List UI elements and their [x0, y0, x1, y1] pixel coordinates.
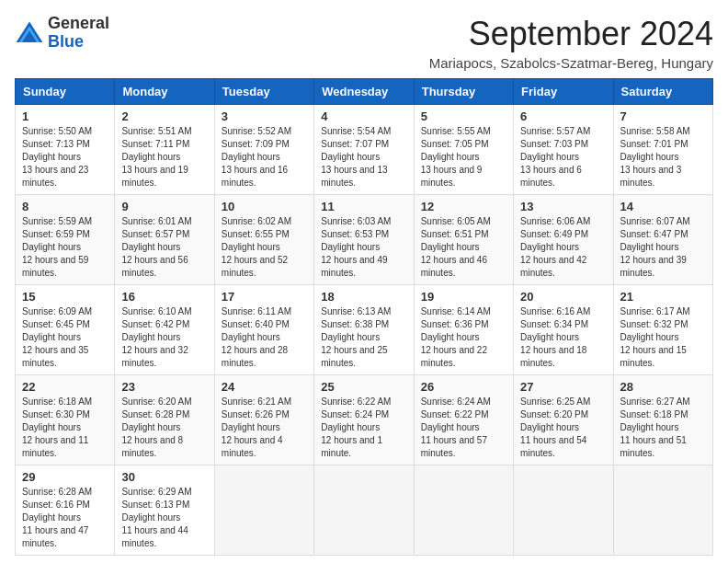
calendar-day-cell: 8Sunrise: 5:59 AMSunset: 6:59 PMDaylight… — [16, 195, 115, 285]
day-number: 5 — [421, 109, 506, 123]
day-info: Sunrise: 6:25 AMSunset: 6:20 PMDaylight … — [520, 396, 606, 460]
day-number: 10 — [222, 200, 307, 213]
calendar-day-cell: 2Sunrise: 5:51 AMSunset: 7:11 PMDaylight… — [115, 105, 214, 195]
calendar-day-cell: 16Sunrise: 6:10 AMSunset: 6:42 PMDayligh… — [115, 285, 214, 375]
day-info: Sunrise: 6:06 AMSunset: 6:49 PMDaylight … — [520, 215, 606, 280]
day-number: 6 — [520, 109, 606, 123]
day-info: Sunrise: 6:28 AMSunset: 6:16 PMDaylight … — [22, 486, 108, 550]
day-info: Sunrise: 6:20 AMSunset: 6:28 PMDaylight … — [121, 396, 207, 460]
calendar-day-cell: 1Sunrise: 5:50 AMSunset: 7:13 PMDaylight… — [16, 105, 115, 195]
calendar-week-row: 1Sunrise: 5:50 AMSunset: 7:13 PMDaylight… — [16, 105, 713, 195]
day-number: 30 — [121, 470, 207, 484]
calendar-day-cell: 11Sunrise: 6:03 AMSunset: 6:53 PMDayligh… — [314, 195, 414, 285]
calendar-week-row: 29Sunrise: 6:28 AMSunset: 6:16 PMDayligh… — [16, 465, 713, 556]
logo-icon — [15, 20, 44, 46]
day-number: 23 — [121, 380, 207, 394]
calendar-day-cell: 28Sunrise: 6:27 AMSunset: 6:18 PMDayligh… — [613, 375, 712, 465]
day-info: Sunrise: 5:58 AMSunset: 7:01 PMDaylight … — [620, 125, 706, 190]
calendar-day-cell: 26Sunrise: 6:24 AMSunset: 6:22 PMDayligh… — [414, 375, 513, 465]
calendar-day-cell: 15Sunrise: 6:09 AMSunset: 6:45 PMDayligh… — [16, 285, 115, 375]
day-number: 1 — [22, 109, 108, 123]
logo: General Blue — [15, 15, 109, 52]
day-info: Sunrise: 6:01 AMSunset: 6:57 PMDaylight … — [121, 215, 207, 280]
day-number: 15 — [22, 290, 108, 304]
day-info: Sunrise: 5:50 AMSunset: 7:13 PMDaylight … — [22, 125, 108, 190]
calendar-day-cell: 25Sunrise: 6:22 AMSunset: 6:24 PMDayligh… — [314, 375, 414, 465]
day-number: 13 — [520, 200, 606, 213]
calendar-day-cell: 6Sunrise: 5:57 AMSunset: 7:03 PMDaylight… — [514, 105, 613, 195]
day-number: 21 — [620, 290, 706, 304]
day-number: 2 — [121, 109, 207, 123]
calendar-week-row: 8Sunrise: 5:59 AMSunset: 6:59 PMDaylight… — [16, 195, 713, 285]
day-info: Sunrise: 6:29 AMSunset: 6:13 PMDaylight … — [121, 486, 207, 550]
day-number: 20 — [520, 290, 606, 304]
day-info: Sunrise: 6:24 AMSunset: 6:22 PMDaylight … — [421, 396, 506, 460]
calendar-day-cell: 17Sunrise: 6:11 AMSunset: 6:40 PMDayligh… — [214, 285, 313, 375]
day-number: 17 — [222, 290, 307, 304]
day-number: 18 — [321, 290, 406, 304]
day-of-week-header: Wednesday — [314, 79, 414, 105]
month-title: September 2024 — [429, 15, 713, 53]
calendar-day-cell: 30Sunrise: 6:29 AMSunset: 6:13 PMDayligh… — [115, 465, 214, 556]
day-info: Sunrise: 6:02 AMSunset: 6:55 PMDaylight … — [222, 215, 307, 280]
day-info: Sunrise: 6:11 AMSunset: 6:40 PMDaylight … — [222, 305, 307, 370]
day-info: Sunrise: 6:09 AMSunset: 6:45 PMDaylight … — [22, 305, 108, 370]
calendar-day-cell: 5Sunrise: 5:55 AMSunset: 7:05 PMDaylight… — [414, 105, 513, 195]
title-section: September 2024 Mariapocs, Szabolcs-Szatm… — [429, 15, 713, 71]
location-title: Mariapocs, Szabolcs-Szatmar-Bereg, Hunga… — [429, 55, 713, 71]
calendar-day-cell: 9Sunrise: 6:01 AMSunset: 6:57 PMDaylight… — [115, 195, 214, 285]
day-number: 26 — [421, 380, 506, 394]
day-number: 19 — [421, 290, 506, 304]
day-info: Sunrise: 5:55 AMSunset: 7:05 PMDaylight … — [421, 125, 506, 190]
calendar-day-cell — [214, 465, 313, 556]
calendar-header-row: SundayMondayTuesdayWednesdayThursdayFrid… — [16, 79, 713, 105]
day-of-week-header: Monday — [115, 79, 214, 105]
calendar-day-cell: 24Sunrise: 6:21 AMSunset: 6:26 PMDayligh… — [214, 375, 313, 465]
day-info: Sunrise: 6:17 AMSunset: 6:32 PMDaylight … — [620, 305, 706, 370]
day-number: 24 — [222, 380, 307, 394]
calendar-day-cell — [314, 465, 414, 556]
day-info: Sunrise: 5:54 AMSunset: 7:07 PMDaylight … — [321, 125, 406, 190]
day-info: Sunrise: 6:21 AMSunset: 6:26 PMDaylight … — [222, 396, 307, 460]
calendar-week-row: 15Sunrise: 6:09 AMSunset: 6:45 PMDayligh… — [16, 285, 713, 375]
day-of-week-header: Friday — [514, 79, 613, 105]
calendar-day-cell: 3Sunrise: 5:52 AMSunset: 7:09 PMDaylight… — [214, 105, 313, 195]
day-of-week-header: Saturday — [613, 79, 712, 105]
day-info: Sunrise: 6:16 AMSunset: 6:34 PMDaylight … — [520, 305, 606, 370]
calendar-table: SundayMondayTuesdayWednesdayThursdayFrid… — [15, 78, 713, 556]
day-of-week-header: Sunday — [16, 79, 115, 105]
calendar-day-cell: 22Sunrise: 6:18 AMSunset: 6:30 PMDayligh… — [16, 375, 115, 465]
day-info: Sunrise: 6:07 AMSunset: 6:47 PMDaylight … — [620, 215, 706, 280]
day-info: Sunrise: 6:05 AMSunset: 6:51 PMDaylight … — [421, 215, 506, 280]
calendar-day-cell — [514, 465, 613, 556]
day-info: Sunrise: 6:03 AMSunset: 6:53 PMDaylight … — [321, 215, 406, 280]
day-number: 4 — [321, 109, 406, 123]
day-info: Sunrise: 6:14 AMSunset: 6:36 PMDaylight … — [421, 305, 506, 370]
day-number: 28 — [620, 380, 706, 394]
day-number: 29 — [22, 470, 108, 484]
calendar-day-cell: 21Sunrise: 6:17 AMSunset: 6:32 PMDayligh… — [613, 285, 712, 375]
calendar-day-cell: 4Sunrise: 5:54 AMSunset: 7:07 PMDaylight… — [314, 105, 414, 195]
day-number: 11 — [321, 200, 406, 213]
day-number: 12 — [421, 200, 506, 213]
day-number: 27 — [520, 380, 606, 394]
calendar-day-cell: 20Sunrise: 6:16 AMSunset: 6:34 PMDayligh… — [514, 285, 613, 375]
day-info: Sunrise: 6:27 AMSunset: 6:18 PMDaylight … — [620, 396, 706, 460]
day-info: Sunrise: 5:59 AMSunset: 6:59 PMDaylight … — [22, 215, 108, 280]
day-info: Sunrise: 5:51 AMSunset: 7:11 PMDaylight … — [121, 125, 207, 190]
day-of-week-header: Thursday — [414, 79, 513, 105]
calendar-day-cell: 29Sunrise: 6:28 AMSunset: 6:16 PMDayligh… — [16, 465, 115, 556]
calendar-day-cell: 10Sunrise: 6:02 AMSunset: 6:55 PMDayligh… — [214, 195, 313, 285]
day-info: Sunrise: 6:22 AMSunset: 6:24 PMDaylight … — [321, 396, 406, 460]
calendar-day-cell: 19Sunrise: 6:14 AMSunset: 6:36 PMDayligh… — [414, 285, 513, 375]
day-info: Sunrise: 5:52 AMSunset: 7:09 PMDaylight … — [222, 125, 307, 190]
day-info: Sunrise: 6:13 AMSunset: 6:38 PMDaylight … — [321, 305, 406, 370]
calendar-day-cell — [414, 465, 513, 556]
day-info: Sunrise: 6:10 AMSunset: 6:42 PMDaylight … — [121, 305, 207, 370]
day-number: 9 — [121, 200, 207, 213]
day-number: 22 — [22, 380, 108, 394]
logo-text: General Blue — [48, 15, 109, 52]
calendar-week-row: 22Sunrise: 6:18 AMSunset: 6:30 PMDayligh… — [16, 375, 713, 465]
calendar-day-cell: 18Sunrise: 6:13 AMSunset: 6:38 PMDayligh… — [314, 285, 414, 375]
day-number: 14 — [620, 200, 706, 213]
